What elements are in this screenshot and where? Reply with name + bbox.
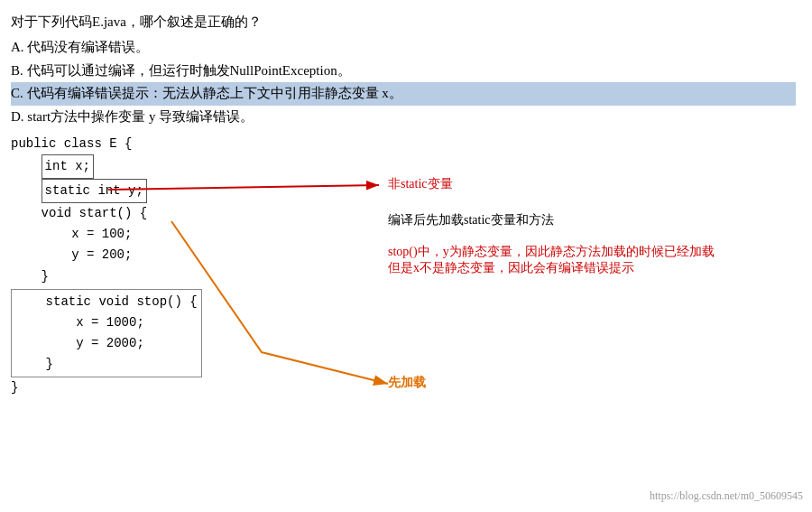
stop-method-box: static void stop() { x = 1000; y = 2000;…	[11, 289, 202, 377]
annotation-load-first: 先加载	[388, 375, 496, 391]
annotation-non-static: 非static变量	[388, 176, 789, 192]
stop-explanation-label: stop()中，y为静态变量，因此静态方法加载的时候已经加载但是x不是静态变量，…	[388, 245, 715, 275]
annotation-compile-note: 编译后先加载static变量和方法	[388, 212, 789, 228]
compile-note-label: 编译后先加载static变量和方法	[388, 213, 554, 227]
code-line-8: static void stop() {	[15, 292, 198, 312]
option-d: D. start方法中操作变量 y 导致编译错误。	[11, 106, 796, 129]
non-static-label: 非static变量	[388, 177, 453, 191]
option-b: B. 代码可以通过编译，但运行时触发NullPointException。	[11, 60, 796, 83]
main-container: 对于下列代码E.java，哪个叙述是正确的？ A. 代码没有编译错误。 B. 代…	[0, 0, 812, 409]
load-first-label: 先加载	[388, 376, 426, 389]
int-x-box: int x;	[42, 154, 94, 179]
option-a: A. 代码没有编译错误。	[11, 36, 796, 60]
static-int-y-box: static int y;	[42, 179, 147, 203]
option-c: C. 代码有编译错误提示：无法从静态上下文中引用非静态变量 x。	[11, 82, 796, 106]
code-line-11: }	[15, 354, 198, 375]
watermark: https://blog.csdn.net/m0_50609545	[650, 489, 803, 503]
code-line-1: public class E {	[11, 134, 796, 154]
question-text: 对于下列代码E.java，哪个叙述是正确的？	[11, 11, 796, 33]
code-line-9: x = 1000;	[15, 312, 198, 333]
options-block: A. 代码没有编译错误。 B. 代码可以通过编译，但运行时触发NullPoint…	[11, 36, 796, 128]
code-line-10: y = 2000;	[15, 333, 198, 354]
annotation-stop-explanation: stop()中，y为静态变量，因此静态方法加载的时候已经加载但是x不是静态变量，…	[388, 244, 789, 276]
